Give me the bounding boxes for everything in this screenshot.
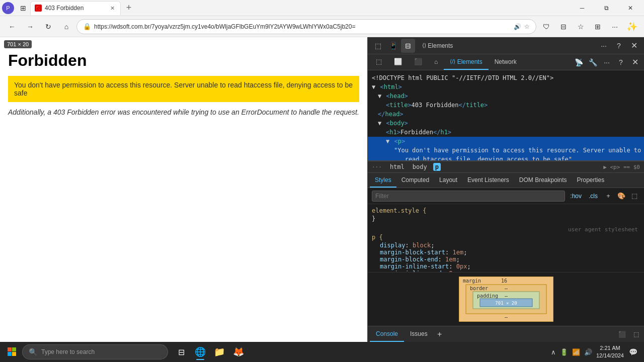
favorites-star-icon[interactable]: ☆ — [524, 23, 530, 30]
title-bar: P ⊞ 🚫 403 Forbidden ✕ + ─ ⧉ ✕ — [0, 0, 644, 16]
devtools-more-tools-button[interactable]: ⊟ — [401, 39, 415, 53]
svg-text:16: 16 — [501, 278, 507, 284]
taskbar-edge[interactable]: 🌐 — [191, 343, 209, 361]
css-prop-margin-inline-start[interactable]: margin-inline-start: 0px; — [368, 263, 644, 270]
tree-h1[interactable]: <h1>Forbidden</h1> — [368, 128, 644, 137]
styles-filter-input[interactable] — [372, 191, 565, 202]
cls-button[interactable]: .cls — [587, 192, 600, 201]
styles-tab-properties[interactable]: Properties — [572, 173, 610, 188]
tab-elements[interactable]: ⟨/⟩ Elements — [444, 54, 488, 70]
back-button[interactable]: ← — [4, 19, 20, 35]
breadcrumb-body[interactable]: body — [411, 163, 429, 171]
devtools-help-button[interactable]: ? — [612, 39, 626, 53]
taskbar-explorer[interactable]: 📁 — [210, 343, 228, 361]
taskbar-task-view[interactable]: ⊟ — [172, 343, 190, 361]
tray-notification-button[interactable]: 💬 — [628, 347, 638, 357]
devtools-settings-button[interactable]: ··· — [597, 39, 611, 53]
filter-icons: + 🎨 ⬚ — [603, 191, 640, 202]
profile-icon[interactable]: P — [2, 2, 14, 14]
devtools-more-button[interactable]: ··· — [600, 55, 614, 69]
devtools-help-btn2[interactable]: ? — [614, 55, 628, 69]
add-rule-icon[interactable]: + — [603, 191, 614, 202]
add-panel-button[interactable]: + — [434, 328, 446, 340]
tree-html[interactable]: ▼ <html> — [368, 82, 644, 92]
svg-text:–: – — [504, 286, 508, 291]
dock-bottom-button[interactable]: ⬛ — [616, 328, 628, 340]
tree-p[interactable]: ▼ <p> — [368, 137, 644, 146]
css-rule-element-style[interactable]: element.style { — [368, 207, 644, 214]
hov-button[interactable]: :hov — [568, 192, 584, 201]
tab-home[interactable]: ⌂ — [428, 54, 444, 70]
copilot-button[interactable]: ✨ — [624, 19, 640, 35]
favorites-button[interactable]: ☆ — [573, 19, 589, 35]
css-prop-display[interactable]: display: block; — [368, 242, 644, 249]
styles-tab-computed[interactable]: Computed — [396, 173, 434, 188]
tab-toggle-device[interactable]: ⬚ — [370, 54, 388, 70]
restore-button[interactable]: ⧉ — [595, 0, 618, 16]
tab-close-button[interactable]: ✕ — [108, 4, 116, 12]
tree-title[interactable]: <title>403 Forbidden</title> — [368, 101, 644, 110]
dock-side-button[interactable]: ⬚ — [630, 328, 642, 340]
task-view-icon: ⊟ — [178, 347, 185, 357]
taskbar-search-box[interactable]: 🔍 Type here to search — [22, 344, 168, 359]
tray-chevron[interactable]: ∧ — [551, 348, 556, 356]
new-tab-button[interactable]: + — [122, 1, 136, 15]
devtools-inspect-button[interactable]: ⬚ — [371, 39, 385, 53]
styles-tab-layout[interactable]: Layout — [434, 173, 462, 188]
tray-volume[interactable]: 🔊 — [584, 348, 592, 356]
styles-tab-event-listeners[interactable]: Event Listeners — [462, 173, 514, 188]
styles-tab-dom-breakpoints[interactable]: DOM Breakpoints — [514, 173, 572, 188]
tab-console-drawer[interactable]: ⬛ — [408, 54, 428, 70]
refresh-button[interactable]: ↻ — [40, 19, 56, 35]
tab-toggle-inspect[interactable]: ⬜ — [388, 54, 408, 70]
tab-grid-button[interactable]: ⊞ — [16, 1, 30, 15]
tray-clock[interactable]: 2:21 AM 12/14/2024 — [596, 344, 624, 360]
home-button[interactable]: ⌂ — [58, 19, 74, 35]
collections-button[interactable]: ⊞ — [590, 19, 606, 35]
devtools-device-button[interactable]: 📱 — [386, 39, 400, 53]
start-button[interactable] — [4, 344, 20, 360]
minimize-button[interactable]: ─ — [571, 0, 594, 16]
tree-head[interactable]: ▼ <head> — [368, 92, 644, 101]
read-aloud-icon[interactable]: 🔊 — [514, 23, 521, 30]
tab-network[interactable]: Network — [489, 54, 523, 70]
tree-doctype[interactable]: <!DOCTYPE html PUBLIC "-//IETF//DTD HTML… — [368, 73, 644, 82]
breadcrumb-p[interactable]: p — [433, 163, 441, 171]
css-prop-margin-block-end[interactable]: margin-block-end: 1em; — [368, 256, 644, 263]
tray-battery[interactable]: 🔋 — [560, 348, 568, 356]
tree-body[interactable]: ▼ <body> — [368, 119, 644, 128]
console-tab[interactable]: Console — [370, 326, 404, 342]
toggle-shortcuts-icon[interactable]: ⬚ — [629, 191, 640, 202]
close-button[interactable]: ✕ — [619, 0, 642, 16]
breadcrumb-html[interactable]: html — [388, 163, 407, 171]
active-tab[interactable]: 🚫 403 Forbidden ✕ — [30, 1, 121, 15]
address-bar[interactable]: 🔒 https://wdsoft.com.br/7yoya/vzrz5jm.cy… — [76, 19, 536, 34]
taskbar-apps: ⊟ 🌐 📁 🦊 — [172, 343, 248, 361]
tree-p-content1[interactable]: "You don't have permission to access thi… — [368, 146, 644, 155]
nav-bar: ← → ↻ ⌂ 🔒 https://wdsoft.com.br/7yoya/vz… — [0, 16, 644, 37]
svg-rect-12 — [8, 347, 12, 351]
color-format-icon[interactable]: 🎨 — [616, 191, 627, 202]
svg-text:border: border — [470, 286, 488, 291]
devtools-tab-elements[interactable]: ⟨⟩ Elements — [416, 37, 459, 54]
taskbar-firefox[interactable]: 🦊 — [229, 343, 248, 361]
styles-tab-styles[interactable]: Styles — [370, 173, 396, 188]
css-rule-p-selector[interactable]: p { — [368, 234, 644, 241]
devtools-close-btn2[interactable]: ✕ — [628, 55, 642, 69]
forward-button[interactable]: → — [22, 19, 38, 35]
tree-head-close[interactable]: </head> — [368, 110, 644, 119]
split-screen-button[interactable]: ⊟ — [555, 19, 572, 35]
svg-text:–: – — [504, 314, 508, 320]
notification-icon: 💬 — [629, 348, 637, 356]
box-model-diagram: margin 16 border – padding – 701 × 20 – — [459, 277, 553, 322]
devtools-close-button[interactable]: ✕ — [627, 39, 641, 53]
issues-tab[interactable]: Issues — [404, 326, 434, 342]
browser-essentials-button[interactable]: 🛡 — [538, 19, 554, 35]
css-prop-margin-block-start[interactable]: margin-block-start: 1em; — [368, 249, 644, 256]
tray-network[interactable]: 📶 — [572, 348, 580, 356]
devtools-tools-icon[interactable]: 🔧 — [586, 55, 600, 69]
more-actions-button[interactable]: ··· — [607, 19, 623, 35]
tree-p-content2[interactable]: read htaccess file, denying access to be… — [368, 155, 644, 161]
html-tree[interactable]: <!DOCTYPE html PUBLIC "-//IETF//DTD HTML… — [368, 70, 644, 161]
svg-rect-13 — [12, 347, 16, 351]
